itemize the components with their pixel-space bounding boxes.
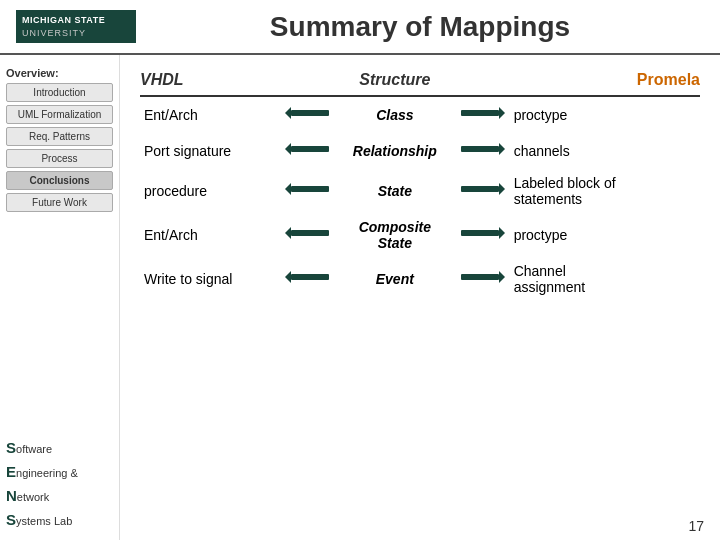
sens-s2: S [6, 511, 16, 528]
svg-marker-9 [285, 183, 291, 195]
svg-rect-0 [291, 110, 329, 116]
arrow-left-2 [280, 133, 340, 169]
promela-labeled-block: Labeled block of statements [510, 169, 637, 213]
svg-rect-16 [291, 274, 329, 280]
sens-logo: Software Engineering & Network Systems L… [6, 436, 78, 532]
col-header-structure: Structure [340, 71, 450, 95]
mapping-table: VHDL Structure Promela Ent/Arch [140, 71, 700, 301]
col-header-promela: Promela [637, 71, 700, 95]
sens-n-text: etwork [17, 491, 49, 503]
body-layout: Overview: Introduction UML Formalization… [0, 55, 720, 540]
svg-rect-18 [461, 274, 499, 280]
svg-marker-3 [499, 107, 505, 119]
vhdl-entarch-2: Ent/Arch [140, 213, 280, 257]
logo-area: MICHIGAN STATE UNIVERSITY [16, 10, 136, 43]
svg-marker-1 [285, 107, 291, 119]
sidebar-item-future-work[interactable]: Future Work [6, 193, 113, 212]
structure-class: Class [340, 97, 450, 133]
sidebar-section-label: Overview: [6, 67, 113, 79]
promela-proctype-2: proctype [510, 213, 637, 257]
svg-marker-13 [285, 227, 291, 239]
logo-line2: UNIVERSITY [22, 27, 130, 40]
logo-line1: MICHIGAN STATE [22, 14, 130, 27]
structure-composite-state: Composite State [340, 213, 450, 257]
svg-marker-15 [499, 227, 505, 239]
sidebar-wrapper: Overview: Introduction UML Formalization… [0, 55, 120, 540]
sens-s: S [6, 439, 16, 456]
structure-relationship: Relationship [340, 133, 450, 169]
svg-marker-7 [499, 143, 505, 155]
sidebar-item-uml[interactable]: UML Formalization [6, 105, 113, 124]
svg-rect-14 [461, 230, 499, 236]
main-content: VHDL Structure Promela Ent/Arch [120, 55, 720, 540]
sens-s2-text: ystems Lab [16, 515, 72, 527]
page-number: 17 [688, 518, 704, 534]
arrow-left-1 [280, 97, 340, 133]
svg-rect-4 [291, 146, 329, 152]
svg-marker-19 [499, 271, 505, 283]
arrow-right-1 [450, 97, 510, 133]
arrow-right-4 [450, 213, 510, 257]
structure-state: State [340, 169, 450, 213]
svg-marker-5 [285, 143, 291, 155]
sidebar-item-req-patterns[interactable]: Req. Patterns [6, 127, 113, 146]
table-row: Port signature Relationship [140, 133, 700, 169]
sidebar-item-process[interactable]: Process [6, 149, 113, 168]
sens-s-text: oftware [16, 443, 52, 455]
table-row: Write to signal Event Ch [140, 257, 700, 301]
table-row: procedure State Labeled [140, 169, 700, 213]
sidebar: Overview: Introduction UML Formalization… [0, 55, 120, 223]
vhdl-port-signature: Port signature [140, 133, 280, 169]
arrow-left-5 [280, 257, 340, 301]
svg-rect-10 [461, 186, 499, 192]
arrow-left-3 [280, 169, 340, 213]
university-logo: MICHIGAN STATE UNIVERSITY [16, 10, 136, 43]
col-header-arrow-right [450, 71, 637, 95]
arrow-right-5 [450, 257, 510, 301]
vhdl-entarch: Ent/Arch [140, 97, 280, 133]
svg-marker-17 [285, 271, 291, 283]
col-header-arrow-left [280, 71, 340, 95]
arrow-right-2 [450, 133, 510, 169]
header: MICHIGAN STATE UNIVERSITY Summary of Map… [0, 0, 720, 55]
arrow-right-3 [450, 169, 510, 213]
vhdl-write-to-signal: Write to signal [140, 257, 280, 301]
vhdl-procedure: procedure [140, 169, 280, 213]
col-header-vhdl: VHDL [140, 71, 280, 95]
sidebar-item-conclusions[interactable]: Conclusions [6, 171, 113, 190]
table-row: Ent/Arch Class [140, 97, 700, 133]
page-title-area: Summary of Mappings [136, 11, 704, 43]
sidebar-item-introduction[interactable]: Introduction [6, 83, 113, 102]
sens-n: N [6, 487, 17, 504]
structure-event: Event [340, 257, 450, 301]
svg-rect-8 [291, 186, 329, 192]
svg-rect-2 [461, 110, 499, 116]
promela-proctype-1: proctype [510, 97, 637, 133]
svg-marker-11 [499, 183, 505, 195]
sens-e: E [6, 463, 16, 480]
promela-channel-assignment: Channel assignment [510, 257, 637, 301]
table-row: Ent/Arch Composite State [140, 213, 700, 257]
svg-rect-12 [291, 230, 329, 236]
promela-channels: channels [510, 133, 637, 169]
sens-e-text: ngineering & [16, 467, 78, 479]
page-title: Summary of Mappings [270, 11, 570, 42]
arrow-left-4 [280, 213, 340, 257]
svg-rect-6 [461, 146, 499, 152]
